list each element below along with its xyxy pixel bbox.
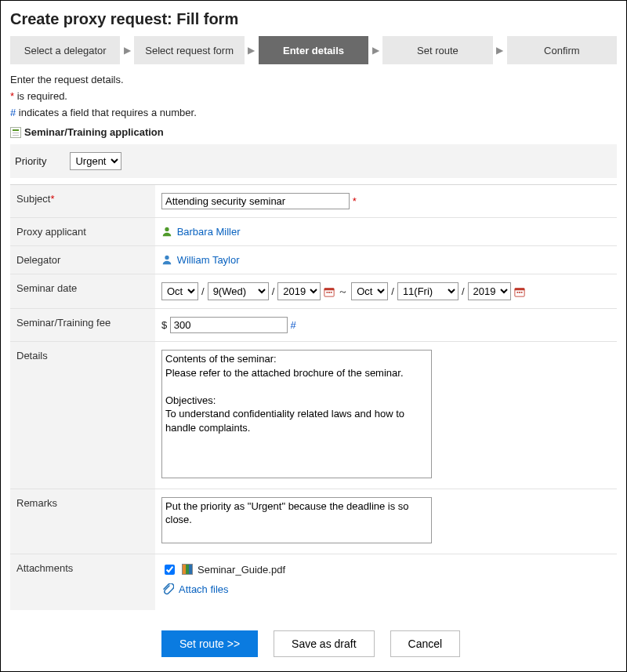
cancel-button[interactable]: Cancel [390,630,461,657]
range-separator: ～ [338,285,348,299]
start-day-select[interactable]: 9(Wed) [208,282,269,300]
details-label: Details [10,342,155,489]
required-note: * is required. [10,90,617,102]
step-select-delegator[interactable]: Select a delegator [10,36,120,64]
paperclip-icon [161,583,174,596]
subject-label: Subject* [10,185,155,218]
priority-row: Priority Urgent [10,144,617,178]
attachments-label: Attachments [10,554,155,610]
page-title: Create proxy request: Fill form [10,10,617,28]
fee-input[interactable] [170,317,288,333]
chevron-right-icon: ▶ [123,45,131,56]
start-year-select[interactable]: 2019 [277,282,321,300]
chevron-right-icon: ▶ [248,45,256,56]
form-table: Subject* * Proxy applicant Barbara Mille… [10,185,617,665]
svg-point-1 [165,256,169,260]
slash: / [272,285,275,297]
delegator-link[interactable]: William Taylor [177,254,240,266]
attach-files-link[interactable]: Attach files [179,583,229,595]
calendar-icon[interactable] [324,286,335,297]
proxy-applicant-link[interactable]: Barbara Miller [177,226,241,238]
end-year-select[interactable]: 2019 [468,282,511,300]
user-icon [161,254,172,265]
svg-rect-8 [514,288,524,290]
set-route-button[interactable]: Set route >> [161,630,258,657]
document-icon [182,564,193,575]
form-type-title: Seminar/Training application [10,126,617,138]
user-icon [161,226,172,237]
slash: / [462,285,465,297]
svg-rect-11 [520,292,522,293]
remarks-label: Remarks [10,489,155,554]
chevron-right-icon: ▶ [496,45,504,56]
instructions-line: Enter the request details. [10,74,617,85]
details-textarea[interactable] [161,350,432,478]
step-set-route[interactable]: Set route [382,36,492,64]
number-note: # indicates a field that requires a numb… [10,107,617,118]
svg-rect-6 [331,292,332,293]
slash: / [391,285,394,297]
step-enter-details[interactable]: Enter details [259,36,368,64]
svg-rect-4 [327,292,328,293]
svg-rect-5 [328,292,330,293]
currency-symbol: $ [161,319,167,331]
svg-rect-10 [519,292,520,293]
priority-label: Priority [15,155,46,167]
fee-label: Seminar/Training fee [10,309,155,342]
seminar-date-label: Seminar date [10,274,155,309]
priority-select[interactable]: Urgent [70,152,121,170]
slash: / [201,285,205,297]
number-marker: # [290,319,295,331]
start-month-select[interactable]: Oct [161,282,198,300]
subject-input[interactable] [161,193,350,209]
save-as-draft-button[interactable]: Save as draft [274,630,375,657]
svg-rect-9 [516,292,518,293]
proxy-applicant-label: Proxy applicant [10,218,155,246]
chevron-right-icon: ▶ [371,45,379,56]
required-marker: * [353,195,357,207]
step-confirm[interactable]: Confirm [507,36,617,64]
remarks-textarea[interactable] [161,497,432,543]
delegator-label: Delegator [10,246,155,274]
wizard-steps: Select a delegator ▶ Select request form… [10,36,617,64]
svg-rect-3 [324,288,334,290]
svg-point-0 [165,227,169,231]
attachment-filename: Seminar_Guide.pdf [198,564,285,576]
attachment-checkbox[interactable] [165,565,175,575]
end-month-select[interactable]: Oct [351,282,388,300]
end-day-select[interactable]: 11(Fri) [397,282,458,300]
step-select-request-form[interactable]: Select request form [134,36,244,64]
calendar-icon[interactable] [514,286,525,297]
notepad-icon [10,127,21,138]
